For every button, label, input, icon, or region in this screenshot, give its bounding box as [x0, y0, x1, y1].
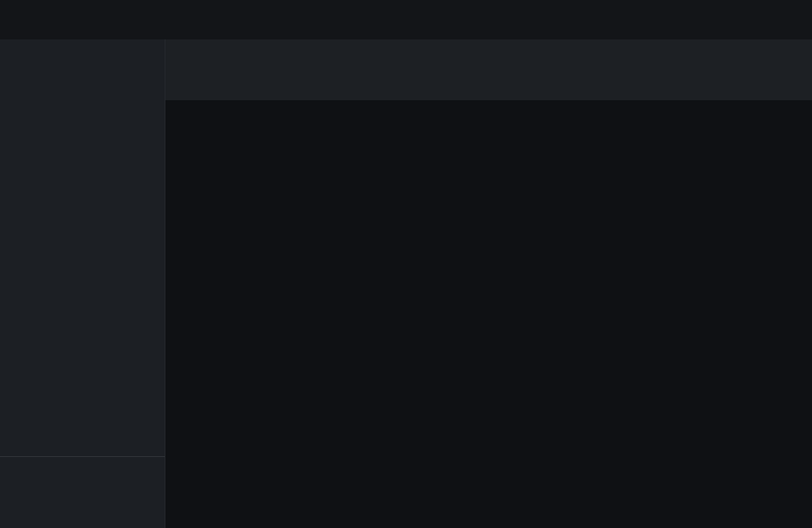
sidebar-divider: [0, 456, 165, 457]
choose-player-button[interactable]: [795, 15, 806, 25]
sidebar-toggle-button[interactable]: [13, 12, 28, 28]
topbar-left: [0, 12, 222, 28]
main-content: [165, 39, 812, 528]
sidebar-user-profile[interactable]: [0, 496, 165, 527]
bell-icon: [13, 472, 28, 488]
sidebar-item-notifications[interactable]: [0, 465, 165, 496]
app-window: [0, 0, 812, 528]
top-app-bar: [0, 0, 812, 39]
sidebar: [0, 39, 165, 528]
sidebar-spacer: [0, 43, 165, 449]
content-header: [165, 39, 812, 100]
avatar: [8, 498, 34, 524]
clips-area: [165, 100, 812, 528]
